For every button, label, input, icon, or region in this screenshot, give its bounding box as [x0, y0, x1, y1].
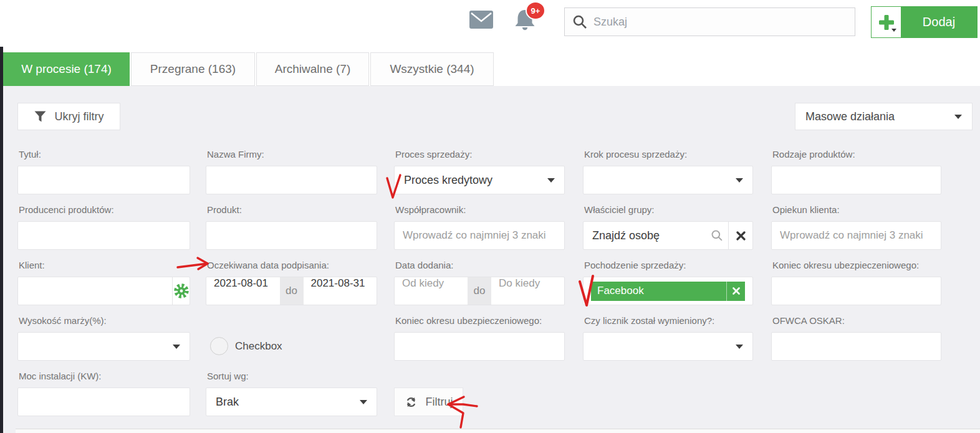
- oczekiwana-data-to-input[interactable]: [304, 277, 377, 290]
- input-ofwca[interactable]: [771, 332, 941, 361]
- label-ofwca: OFWCA OSKAR:: [772, 315, 845, 326]
- checkbox-circle[interactable]: [210, 337, 228, 355]
- label-koniec-okresu-1: Koniec okresu ubezpieczeniowego:: [772, 260, 919, 270]
- label-krok-procesu: Krok procesu sprzedaży:: [584, 149, 687, 159]
- chevron-down-icon: [736, 178, 743, 183]
- magnifier-icon: [572, 14, 587, 29]
- refresh-icon: [405, 396, 418, 409]
- pochodzenie-field[interactable]: Facebook: [583, 277, 753, 305]
- label-data-dodania: Data dodania:: [395, 260, 453, 270]
- global-search[interactable]: [564, 7, 855, 36]
- label-sortuj: Sortuj wg:: [207, 371, 249, 381]
- label-moc-instalacji: Moc instalacji (KW):: [19, 371, 102, 381]
- filtruj-button[interactable]: Filtruj: [394, 388, 463, 416]
- date-range-separator: do: [280, 277, 304, 305]
- data-dodania-to-input[interactable]: [491, 277, 564, 290]
- envelope-icon: [469, 11, 493, 29]
- messages-button[interactable]: [469, 11, 493, 31]
- label-nazwa-firmy: Nazwa Firmy:: [207, 149, 264, 159]
- magnifier-icon[interactable]: [711, 229, 723, 242]
- klient-settings-button[interactable]: [172, 277, 190, 305]
- wlasciciel-grupy-input[interactable]: [584, 229, 711, 242]
- label-produkt: Produkt:: [207, 204, 242, 215]
- label-czy-licznik: Czy licznik został wymieniony?:: [584, 315, 714, 326]
- input-rodzaje-produktow[interactable]: [771, 166, 941, 194]
- hide-filters-label: Ukryj filtry: [55, 110, 104, 123]
- label-producenci: Producenci produktów:: [19, 204, 114, 215]
- chevron-down-icon: [547, 178, 555, 183]
- date-to-cell: [304, 277, 377, 305]
- hide-filters-button[interactable]: Ukryj filtry: [17, 103, 120, 130]
- wlasciciel-grupy-field: [583, 221, 753, 250]
- add-button[interactable]: Dodaj: [871, 6, 978, 38]
- facebook-tag-label: Facebook: [597, 285, 644, 297]
- chevron-down-icon: [736, 345, 743, 349]
- label-klient: Klient:: [19, 260, 45, 270]
- status-tabs: W procesie (174) Przegrane (163) Archiwa…: [3, 52, 495, 86]
- results-panel-top: [16, 429, 980, 433]
- input-moc-instalacji[interactable]: [17, 388, 190, 416]
- search-input[interactable]: [593, 16, 847, 29]
- input-produkt[interactable]: [206, 221, 377, 250]
- clear-person-button[interactable]: [729, 231, 752, 240]
- input-koniec-okresu-1[interactable]: [771, 277, 941, 305]
- label-pochodzenie: Pochodzenie sprzedaży:: [584, 260, 686, 270]
- checkbox-label: Checkbox: [235, 340, 282, 353]
- label-wspolpracownik: Współpracownik:: [395, 204, 466, 215]
- mass-actions-label: Masowe działania: [805, 110, 895, 123]
- sortuj-select[interactable]: Brak: [206, 388, 377, 416]
- input-nazwa-firmy[interactable]: [206, 166, 377, 194]
- notifications-badge: 9+: [526, 1, 545, 20]
- chevron-down-icon: [360, 400, 367, 404]
- oczekiwana-data-range: do: [206, 277, 377, 305]
- wysokosc-marzy-select[interactable]: [17, 332, 190, 361]
- label-wlasciciel-grupy: Właściciel grupy:: [584, 204, 655, 215]
- input-producenci[interactable]: [17, 221, 190, 250]
- checkbox-row: Checkbox: [210, 337, 282, 355]
- tab-archiwalne[interactable]: Archiwalne (7): [256, 52, 369, 86]
- add-button-label[interactable]: Dodaj: [901, 7, 977, 37]
- add-quick-section[interactable]: [872, 7, 901, 37]
- close-icon: [733, 287, 740, 295]
- input-tytul[interactable]: [17, 166, 190, 194]
- plus-icon: [878, 14, 895, 31]
- add-caret-icon: [891, 29, 896, 32]
- close-icon: [736, 231, 746, 240]
- data-dodania-range: do: [394, 277, 565, 305]
- input-wspolpracownik[interactable]: [394, 221, 565, 250]
- funnel-icon: [34, 111, 46, 122]
- data-dodania-from-input[interactable]: [395, 277, 468, 290]
- input-opiekun-klienta[interactable]: [771, 221, 941, 250]
- krok-procesu-select[interactable]: [583, 166, 753, 194]
- date-from-cell: [395, 277, 468, 305]
- input-klient[interactable]: [18, 277, 172, 305]
- left-edge-strip: [0, 47, 3, 433]
- sortuj-value: Brak: [216, 396, 239, 409]
- crm-filter-page: 9+ Dodaj W procesie (174) Przegrane (163…: [0, 0, 980, 433]
- czy-licznik-select[interactable]: [583, 332, 753, 361]
- tab-wszystkie[interactable]: Wszystkie (344): [370, 52, 494, 86]
- remove-tag-button[interactable]: [726, 282, 745, 301]
- tab-w-procesie[interactable]: W procesie (174): [3, 52, 130, 86]
- label-opiekun-klienta: Opiekun klienta:: [772, 204, 840, 215]
- tab-przegrane[interactable]: Przegrane (163): [131, 52, 255, 86]
- input-koniec-okresu-2[interactable]: [394, 332, 565, 361]
- label-tytul: Tytuł:: [19, 149, 41, 159]
- klient-field: [17, 277, 190, 305]
- date-to-cell: [491, 277, 564, 305]
- label-proces-sprzedazy: Proces sprzedaży:: [395, 149, 472, 159]
- proces-sprzedazy-value: Proces kredytowy: [404, 174, 492, 187]
- top-bar: 9+ Dodaj: [0, 0, 980, 47]
- filtruj-label: Filtruj: [426, 396, 453, 409]
- proces-sprzedazy-select[interactable]: Proces kredytowy: [394, 166, 565, 194]
- chevron-down-icon: [173, 345, 180, 349]
- label-oczekiwana-data: Oczekiwana data podpisania:: [207, 260, 329, 270]
- date-from-cell: [206, 277, 280, 305]
- mass-actions-dropdown[interactable]: Masowe działania: [795, 103, 973, 130]
- label-rodzaje-produktow: Rodzaje produktów:: [772, 149, 855, 159]
- oczekiwana-data-from-input[interactable]: [206, 277, 280, 290]
- filters-panel: Ukryj filtry Masowe działania Tytuł: Naz…: [0, 86, 980, 433]
- label-wysokosc-marzy: Wysokość marży(%):: [19, 315, 107, 326]
- chevron-down-icon: [954, 115, 962, 119]
- facebook-tag: Facebook: [591, 282, 745, 301]
